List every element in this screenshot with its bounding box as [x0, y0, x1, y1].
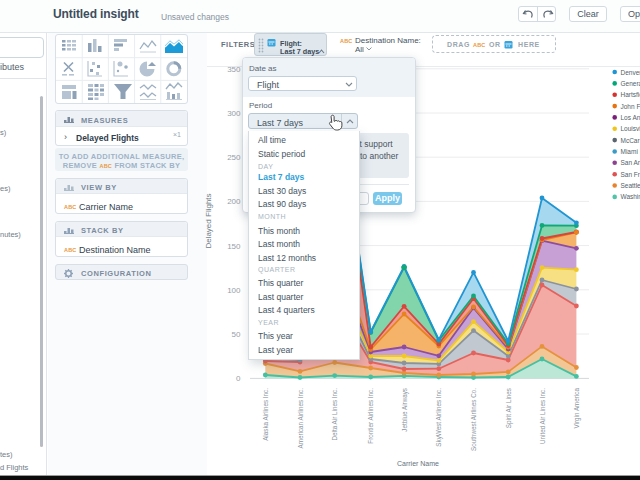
svg-text:San Francisco Intl: San Francisco Intl — [621, 171, 640, 178]
svg-text:Jetblue Airways: Jetblue Airways — [401, 388, 409, 432]
svg-text:General Edward Law: General Edward Law — [621, 80, 640, 87]
svg-text:350: 350 — [227, 65, 241, 74]
svg-text:Seattle Tacoma Intl: Seattle Tacoma Intl — [621, 182, 640, 189]
svg-text:150: 150 — [227, 242, 241, 251]
svg-text:300: 300 — [227, 109, 241, 118]
svg-text:Delayed Flights: Delayed Flights — [204, 193, 213, 248]
svg-text:Alaska Airlines Inc.: Alaska Airlines Inc. — [262, 388, 269, 441]
svg-text:Delta Air Lines Inc.: Delta Air Lines Inc. — [331, 388, 338, 441]
svg-text:SkyWest Airlines Inc.: SkyWest Airlines Inc. — [435, 388, 443, 447]
svg-text:200: 200 — [227, 197, 241, 206]
svg-text:250: 250 — [227, 153, 241, 162]
svg-text:United Air Lines Inc.: United Air Lines Inc. — [539, 388, 546, 444]
svg-text:John F Kennedy Intl: John F Kennedy Intl — [621, 103, 640, 111]
svg-text:Louisville Intl: Louisville Intl — [621, 125, 640, 132]
svg-text:Los Angeles Intl: Los Angeles Intl — [621, 114, 640, 122]
svg-text:Carrier Name: Carrier Name — [397, 460, 439, 467]
svg-text:American Airlines Inc.: American Airlines Inc. — [297, 388, 304, 449]
svg-text:San Antonio Intl: San Antonio Intl — [621, 159, 640, 166]
svg-text:Hartsfield Jackson: Hartsfield Jackson — [621, 91, 640, 98]
svg-text:Denver International: Denver International — [621, 69, 640, 76]
svg-text:Southwest Airlines Co.: Southwest Airlines Co. — [470, 388, 477, 451]
svg-text:Frontier Airlines Inc.: Frontier Airlines Inc. — [367, 388, 374, 444]
svg-text:McCarran Intl: McCarran Intl — [621, 137, 640, 144]
svg-text:Virgin America: Virgin America — [573, 388, 581, 429]
svg-text:50: 50 — [232, 330, 241, 339]
svg-text:Spirit Air Lines: Spirit Air Lines — [505, 388, 513, 428]
svg-text:100: 100 — [227, 286, 241, 295]
svg-text:Washington Dulles: Washington Dulles — [621, 193, 640, 201]
svg-text:Miami Intl: Miami Intl — [621, 148, 640, 155]
svg-text:0: 0 — [236, 374, 241, 383]
